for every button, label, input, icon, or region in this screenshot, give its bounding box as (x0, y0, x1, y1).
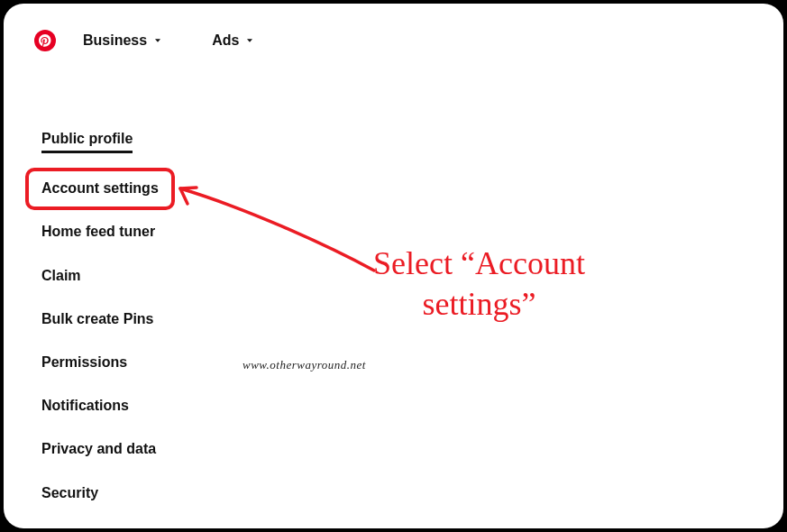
sidebar-item-claim[interactable]: Claim (41, 267, 81, 284)
sidebar-item-security[interactable]: Security (41, 484, 98, 501)
nav-business[interactable]: Business (81, 29, 165, 52)
sidebar-item-public-profile[interactable]: Public profile (41, 130, 133, 153)
nav-ads[interactable]: Ads (210, 29, 257, 52)
top-nav: Business Ads (34, 29, 257, 52)
sidebar-item-bulk-create-pins[interactable]: Bulk create Pins (41, 310, 154, 327)
annotation-callout: Select “Account settings” (373, 243, 585, 325)
settings-sidebar: Public profile Account settings Home fee… (41, 130, 159, 501)
nav-business-label: Business (83, 32, 147, 49)
watermark-text: www.otherwayround.net (243, 358, 366, 372)
sidebar-item-permissions[interactable]: Permissions (41, 353, 127, 371)
chevron-down-icon (244, 35, 255, 46)
chevron-down-icon (152, 35, 163, 46)
nav-ads-label: Ads (212, 32, 239, 49)
annotation-callout-line2: settings” (422, 286, 535, 322)
sidebar-item-account-settings[interactable]: Account settings (41, 179, 159, 197)
annotation-callout-line1: Select “Account (373, 245, 585, 281)
annotation-arrow-icon (171, 180, 379, 289)
sidebar-item-home-feed-tuner[interactable]: Home feed tuner (41, 223, 155, 240)
sidebar-item-notifications[interactable]: Notifications (41, 397, 129, 414)
app-card: Business Ads Public profile Account sett… (4, 4, 783, 528)
sidebar-item-privacy-and-data[interactable]: Privacy and data (41, 440, 156, 457)
pinterest-logo-icon (34, 30, 56, 51)
